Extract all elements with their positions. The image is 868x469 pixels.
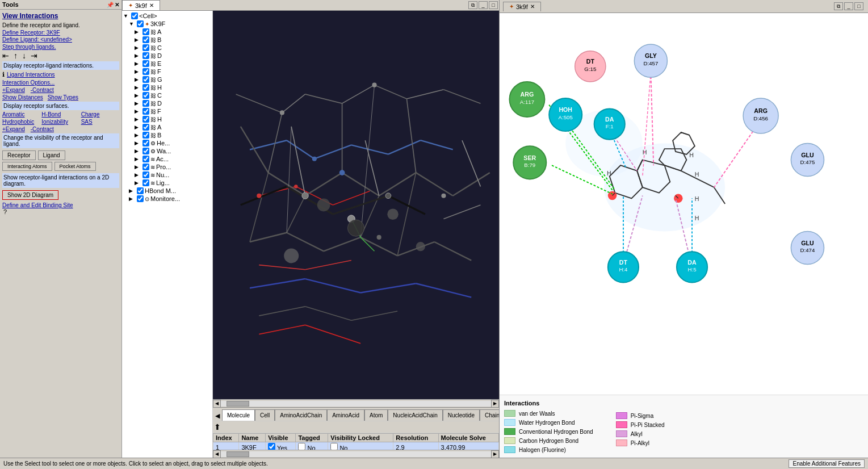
table-scrollbar-h[interactable]: ◀ ▶ (213, 450, 499, 458)
define-binding-help-icon[interactable]: ? (3, 208, 7, 215)
arrow-down-icon[interactable]: ↓ (22, 51, 26, 60)
table-scrollbar-thumb[interactable] (227, 451, 249, 457)
locked-checkbox[interactable] (330, 443, 338, 450)
tree-checkbox-ac[interactable] (142, 156, 149, 162)
tree-item-H[interactable]: ▶ ⛓ H (135, 83, 211, 91)
hydrophobic-link[interactable]: Hydrophobic (2, 119, 40, 125)
main-tab-close-icon[interactable]: ✕ (149, 2, 154, 9)
table-scrollbar-track[interactable] (221, 451, 491, 457)
restore-button[interactable]: ⧉ (468, 1, 477, 9)
tree-item-C[interactable]: ▶ ⛓ C (135, 44, 211, 52)
col-visibility-locked[interactable]: Visibility Locked (328, 434, 393, 442)
tree-item-F2[interactable]: ▶ ⛓ F (135, 107, 211, 115)
tree-arrow-nu[interactable]: ▶ (135, 172, 141, 178)
tree-checkbox-C[interactable] (142, 44, 149, 51)
tree-item-ac[interactable]: ▶ ≋ Ac... (135, 155, 211, 163)
tab-nucleotide[interactable]: Nucleotide (443, 409, 480, 421)
tab-aminoacidchain[interactable]: AminoAcidChain (275, 409, 327, 421)
expand-link-1[interactable]: +Expand (2, 87, 25, 93)
col-tagged[interactable]: Tagged (296, 434, 328, 442)
interacting-atoms-button[interactable]: Interacting Atoms (2, 162, 52, 171)
tab-atom[interactable]: Atom (364, 409, 388, 421)
charge-link[interactable]: Charge (81, 111, 119, 118)
tree-checkbox-3k9f[interactable] (137, 20, 144, 27)
tree-arrow-E[interactable]: ▶ (135, 61, 141, 66)
ligand-button[interactable]: Ligand (38, 150, 65, 160)
3d-view-scrollbar-h[interactable]: ◀ ▶ (213, 399, 499, 407)
tree-arrow-heter[interactable]: ▶ (135, 140, 141, 146)
tree-checkbox-lig[interactable] (142, 179, 149, 186)
show-distances-link[interactable]: Show Distances (2, 94, 43, 101)
expand-link-2[interactable]: +Expand (2, 126, 25, 132)
tree-checkbox-hbond[interactable] (137, 187, 144, 194)
pocket-atoms-button[interactable]: Pocket Atoms (54, 162, 96, 171)
step-through-link[interactable]: Step through ligands. (2, 44, 119, 50)
tree-checkbox-F2[interactable] (142, 108, 149, 115)
tree-checkbox-C2[interactable] (142, 92, 149, 99)
tree-checkbox-G[interactable] (142, 76, 149, 83)
col-name[interactable]: Name (239, 434, 266, 442)
table-scroll-right[interactable]: ▶ (491, 450, 499, 458)
tab-cell[interactable]: Cell (255, 409, 275, 421)
contract-link-1[interactable]: -Contract (31, 87, 54, 93)
arrow-up-icon[interactable]: ↑ (14, 51, 18, 60)
tree-item-B2[interactable]: ▶ ⛓ B (135, 131, 211, 139)
minimize-button[interactable]: _ (479, 1, 488, 9)
ionizability-link[interactable]: Ionizability (41, 119, 79, 125)
diagram-tab-close-icon[interactable]: ✕ (530, 3, 535, 10)
ligand-interactions-link[interactable]: Ligand Interactions (7, 72, 55, 78)
tree-item-H2[interactable]: ▶ ⛓ H (135, 115, 211, 123)
tab-nucleicacidchain[interactable]: NucleicAcidChain (388, 409, 442, 421)
tree-item-hbond[interactable]: ▶ HBond M... (129, 187, 211, 195)
aromatic-link[interactable]: Aromatic (2, 111, 40, 118)
tree-arrow-A2[interactable]: ▶ (135, 124, 141, 130)
define-receptor-link[interactable]: Define Receptor: 3K9F (2, 30, 119, 36)
tagged-checkbox[interactable] (298, 443, 305, 450)
tree-arrow-lig[interactable]: ▶ (135, 180, 141, 186)
define-binding-link[interactable]: Define and Edit Binding Site (2, 202, 119, 208)
tree-item-E[interactable]: ▶ ⛓ E (135, 60, 211, 68)
tree-item-3k9f[interactable]: ▼ ✦ 3K9F (129, 20, 211, 28)
scroll-right-button[interactable]: ▶ (491, 400, 499, 408)
tree-item-C2[interactable]: ▶ ⛓ C (135, 91, 211, 99)
tree-item-A[interactable]: ▶ ⛓ A (135, 28, 211, 36)
tree-arrow-C[interactable]: ▶ (135, 45, 141, 51)
tree-checkbox-D2[interactable] (142, 100, 149, 107)
tree-item-cell[interactable]: ▼ <Cell> (123, 12, 211, 20)
tools-close-icon[interactable]: ✕ (115, 2, 119, 8)
tree-checkbox-A[interactable] (142, 28, 149, 35)
tree-checkbox-pro[interactable] (142, 164, 149, 170)
arrow-down-last-icon[interactable]: ⇥ (31, 51, 37, 60)
tree-arrow-D[interactable]: ▶ (135, 53, 141, 58)
tab-chain[interactable]: Chain (480, 409, 499, 421)
table-row[interactable]: 1 3K9F Yes No No 2.9 3,470.99 (213, 442, 499, 450)
tree-arrow-H2[interactable]: ▶ (135, 116, 141, 122)
scroll-left-button[interactable]: ◀ (213, 400, 221, 408)
tree-arrow-3k9f[interactable]: ▼ (129, 21, 136, 27)
diagram-minimize-button[interactable]: _ (844, 2, 853, 10)
enable-additional-features-button[interactable]: Enable Additional Features (789, 459, 865, 468)
tree-arrow-F[interactable]: ▶ (135, 69, 141, 74)
tree-item-nu[interactable]: ▶ ≋ Nu... (135, 171, 211, 179)
tree-checkbox-nu[interactable] (142, 171, 149, 178)
table-scroll-left[interactable]: ◀ (213, 450, 221, 458)
tree-checkbox-cell[interactable] (131, 12, 138, 19)
tree-arrow-F2[interactable]: ▶ (135, 108, 141, 114)
sas-link[interactable]: SAS (81, 119, 119, 125)
tree-item-lig[interactable]: ▶ ≋ Lig... (135, 179, 211, 187)
tree-checkbox-B2[interactable] (142, 132, 149, 139)
tools-pin-icon[interactable]: 📌 (107, 2, 114, 8)
tree-item-D[interactable]: ▶ ⛓ D (135, 52, 211, 60)
3d-viewport[interactable] (213, 11, 499, 399)
diagram-tab-3k9f[interactable]: ✦ 3k9f ✕ (503, 2, 541, 11)
col-resolution[interactable]: Resolution (393, 434, 438, 442)
show-types-link[interactable]: Show Types (48, 94, 78, 101)
tree-arrow-C2[interactable]: ▶ (135, 93, 141, 98)
tab-molecule[interactable]: Molecule (222, 409, 255, 421)
hbond-link[interactable]: H-Bond (41, 111, 79, 118)
tree-arrow-B2[interactable]: ▶ (135, 132, 141, 138)
tree-item-water[interactable]: ▶ ⚙ Wa... (135, 147, 211, 155)
tree-arrow-pro[interactable]: ▶ (135, 164, 141, 170)
maximize-button[interactable]: □ (489, 1, 498, 9)
tree-checkbox-F[interactable] (142, 68, 149, 75)
